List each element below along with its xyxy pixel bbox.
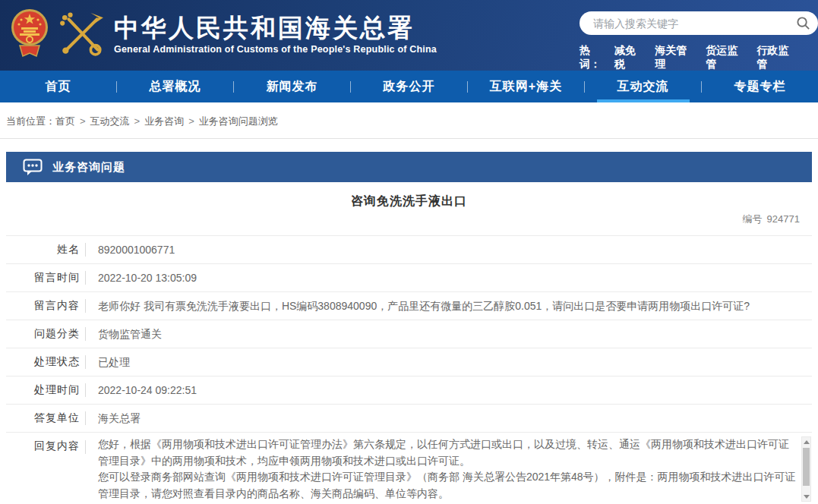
breadcrumb-link-consultation[interactable]: 业务咨询	[144, 115, 184, 127]
question-number-label: 编号	[743, 213, 763, 225]
panel-title: 业务咨询问题	[52, 160, 125, 175]
nav-item-special-topics[interactable]: 专题专栏	[702, 71, 818, 102]
table-row-reply-content: 回复内容 您好，根据《两用物项和技术进出口许可证管理办法》第六条规定，以任何方式…	[6, 433, 812, 504]
reply-content-scrollarea[interactable]: 您好，根据《两用物项和技术进出口许可证管理办法》第六条规定，以任何方式进口或出口…	[86, 436, 812, 502]
row-label: 处理时间	[6, 383, 80, 397]
breadcrumb-link-interaction[interactable]: 互动交流	[90, 115, 130, 127]
breadcrumb-separator: >	[188, 115, 194, 127]
nav-item-internet-customs[interactable]: 互联网+海关	[468, 71, 584, 102]
consultation-panel: 业务咨询问题 咨询免洗洗手液出口 编号924771 姓名 89200010067…	[6, 152, 812, 504]
breadcrumb-separator: >	[80, 115, 86, 127]
breadcrumb-prefix: 当前位置：	[6, 115, 55, 127]
question-number-value: 924771	[767, 213, 800, 225]
row-value: 8920001006771	[86, 242, 175, 257]
site-subtitle: General Administration of Customs of the…	[114, 44, 437, 55]
row-value: 老师你好 我司有票免洗洗手液要出口，HS编码3808940090，产品里还有微量…	[86, 298, 750, 313]
hot-word-link[interactable]: 行政监管	[756, 44, 797, 71]
table-row-process-time: 处理时间 2022-10-24 09:22:51	[6, 376, 812, 405]
breadcrumb-link-home[interactable]: 首页	[55, 115, 75, 127]
nav-item-news[interactable]: 新闻发布	[234, 71, 350, 102]
table-row-message-content: 留言内容 老师你好 我司有票免洗洗手液要出口，HS编码3808940090，产品…	[6, 292, 812, 320]
question-head: 咨询免洗洗手液出口 编号924771	[6, 182, 812, 235]
hot-words-label: 热词：	[580, 44, 610, 71]
row-label: 答复单位	[6, 411, 80, 425]
scroll-down-arrow-icon[interactable]	[802, 492, 810, 501]
hot-words: 热词： 减免税 海关管理 货运监管 行政监管	[580, 44, 807, 71]
site-header: 中华人民共和国海关总署 General Administration of Cu…	[0, 0, 818, 71]
table-row-category: 问题分类 货物监管通关	[6, 320, 812, 348]
speech-bubble-icon	[23, 159, 43, 176]
hot-word-link[interactable]: 海关管理	[655, 44, 695, 71]
scrollbar-thumb[interactable]	[803, 448, 810, 486]
table-row-status: 处理状态 已处理	[6, 348, 812, 376]
table-row-name: 姓名 8920001006771	[6, 236, 812, 264]
breadcrumb: 当前位置：首页>互动交流>业务咨询>业务咨询问题浏览	[0, 102, 818, 139]
status-badge: 已处理	[86, 354, 130, 370]
row-value: 2022-10-20 13:05:09	[86, 270, 197, 285]
nav-item-overview[interactable]: 总署概况	[117, 71, 233, 102]
site-logo[interactable]: 中华人民共和国海关总署 General Administration of Cu…	[11, 8, 437, 61]
row-label: 问题分类	[6, 327, 80, 341]
row-label: 留言内容	[6, 299, 80, 313]
question-number: 编号924771	[743, 213, 800, 226]
table-row-message-time: 留言时间 2022-10-20 13:05:09	[6, 264, 812, 292]
search-icon[interactable]	[796, 16, 810, 30]
breadcrumb-separator: >	[134, 115, 141, 127]
row-label: 回复内容	[6, 436, 80, 453]
question-detail-table: 姓名 8920001006771 留言时间 2022-10-20 13:05:0…	[6, 235, 812, 504]
table-row-reply-unit: 答复单位 海关总署	[6, 405, 812, 433]
panel-header: 业务咨询问题	[6, 152, 812, 182]
row-label: 留言时间	[6, 271, 80, 285]
search-input[interactable]	[592, 17, 796, 30]
nav-item-gov-affairs[interactable]: 政务公开	[351, 71, 467, 102]
scroll-up-arrow-icon[interactable]	[802, 437, 810, 446]
row-label: 姓名	[6, 243, 80, 257]
question-title: 咨询免洗洗手液出口	[6, 182, 812, 209]
national-emblem-icon	[11, 8, 49, 61]
row-value: 海关总署	[86, 411, 141, 426]
customs-key-logo-icon	[58, 11, 105, 58]
hot-word-link[interactable]: 减免税	[614, 44, 645, 71]
main-nav: 首页 总署概况 新闻发布 政务公开 互联网+海关 互动交流 专题专栏	[0, 71, 818, 102]
nav-item-interaction[interactable]: 互动交流	[585, 71, 701, 102]
row-value: 2022-10-24 09:22:51	[86, 383, 197, 398]
hot-word-link[interactable]: 货运监管	[706, 44, 746, 71]
search-box[interactable]	[580, 11, 818, 35]
site-title: 中华人民共和国海关总署	[114, 14, 437, 43]
nav-item-home[interactable]: 首页	[0, 71, 116, 102]
row-label: 处理状态	[6, 355, 80, 369]
breadcrumb-current: 业务咨询问题浏览	[199, 115, 278, 127]
row-value: 货物监管通关	[86, 326, 162, 342]
reply-scrollbar[interactable]	[801, 436, 811, 502]
reply-text: 您好，根据《两用物项和技术进出口许可证管理办法》第六条规定，以任何方式进口或出口…	[98, 436, 800, 502]
